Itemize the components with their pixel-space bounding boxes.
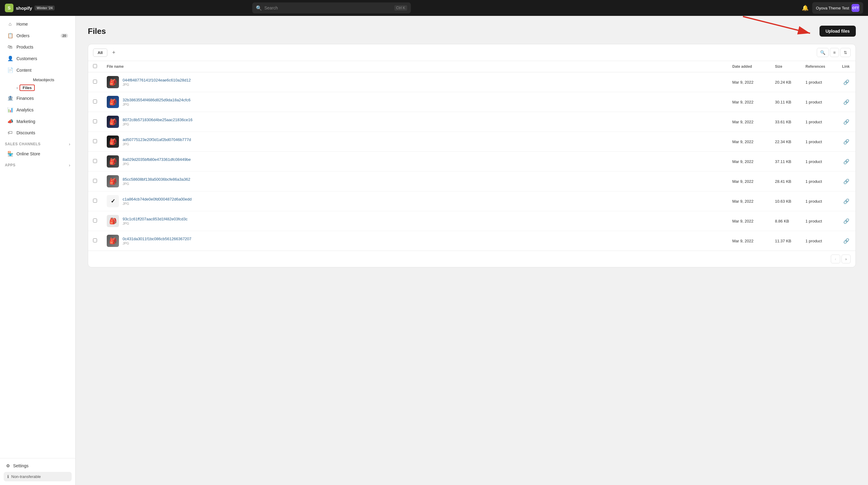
col-filename-header: File name [102, 61, 727, 72]
search-shortcut: Ctrl K [394, 5, 407, 11]
orders-icon: 📋 [7, 33, 13, 38]
store-button[interactable]: Oyova Theme Test OTT [812, 2, 863, 14]
row-refs-cell: 1 product [801, 72, 837, 92]
row-filename-cell: 🎒 044f848776141f1024eae6c610a28d12 JPG [102, 72, 727, 92]
sidebar-item-products[interactable]: 🛍 Products [2, 41, 73, 53]
finances-icon: 🏦 [7, 95, 13, 101]
page-title: Files [88, 27, 106, 36]
row-date-cell: Mar 9, 2022 [727, 172, 770, 191]
copy-link-button[interactable]: 🔗 [843, 159, 849, 164]
row-checkbox[interactable] [93, 199, 97, 203]
row-link-cell: 🔗 [837, 191, 856, 211]
sidebar-item-metaobjects[interactable]: Metaobjects [19, 76, 70, 83]
file-thumbnail: ✓ [107, 195, 119, 207]
row-size-cell: 30.11 KB [770, 92, 801, 112]
row-size-cell: 28.41 KB [770, 172, 801, 191]
sidebar-item-online-store[interactable]: 🏪 Online Store [2, 148, 73, 159]
sidebar-item-label: Discounts [17, 130, 68, 135]
copy-link-button[interactable]: 🔗 [843, 179, 849, 184]
row-checkbox[interactable] [93, 159, 97, 163]
sidebar-item-content[interactable]: 📄 Content [2, 64, 73, 76]
col-link-header: Link [837, 61, 856, 72]
row-size-cell: 37.11 KB [770, 152, 801, 172]
sidebar-item-settings[interactable]: ⚙ Settings [2, 461, 73, 470]
row-checkbox-cell [88, 231, 102, 251]
file-type: JPG [123, 83, 191, 86]
sort-button[interactable]: ⇅ [840, 48, 850, 57]
sidebar-item-discounts[interactable]: 🏷 Discounts [2, 127, 73, 138]
row-checkbox[interactable] [93, 219, 97, 223]
search-bar[interactable]: 🔍 Ctrl K [252, 2, 411, 13]
prev-page-button[interactable]: ‹ [831, 255, 840, 263]
copy-link-button[interactable]: 🔗 [843, 199, 849, 204]
sidebar-item-label: Home [17, 22, 68, 27]
copy-link-button[interactable]: 🔗 [843, 238, 849, 244]
search-filter-button[interactable]: 🔍 [817, 48, 829, 57]
row-checkbox[interactable] [93, 99, 97, 104]
files-toolbar: All + 🔍 ≡ ⇅ [88, 44, 856, 61]
table-row: 🎒 0c431da3011f1bc086cb561266367207 JPG M… [88, 231, 856, 251]
upload-files-button[interactable]: Upload files [819, 26, 856, 37]
filter-button[interactable]: ≡ [830, 48, 839, 57]
row-checkbox[interactable] [93, 80, 97, 84]
tab-add-button[interactable]: + [110, 49, 118, 56]
copy-link-button[interactable]: 🔗 [843, 219, 849, 224]
row-checkbox[interactable] [93, 238, 97, 242]
row-checkbox[interactable] [93, 179, 97, 183]
row-filename-cell: 🎒 32b3863554f4686d825d9da18a24cfc6 JPG [102, 92, 727, 112]
table-row: 🎒 85cc58608bf138a50036bcfe86a3a362 JPG M… [88, 172, 856, 191]
row-date-cell: Mar 9, 2022 [727, 152, 770, 172]
sidebar-item-marketing[interactable]: 📣 Marketing [2, 116, 73, 127]
chevron-right-icon[interactable]: › [69, 142, 70, 146]
apps-label: Apps [5, 163, 16, 167]
search-input[interactable] [265, 5, 392, 10]
file-thumbnail: 🎒 [107, 136, 119, 148]
sidebar-item-label: Finances [17, 96, 68, 101]
row-checkbox[interactable] [93, 139, 97, 143]
sidebar-item-analytics[interactable]: 📊 Analytics [2, 104, 73, 115]
next-page-button[interactable]: › [841, 255, 850, 263]
file-type: JPG [123, 142, 191, 146]
settings-label: Settings [13, 463, 29, 468]
chevron-right-icon[interactable]: › [69, 163, 70, 168]
table-header-row: File name Date added Size References Lin [88, 61, 856, 72]
row-checkbox-cell [88, 152, 102, 172]
col-size-header: Size [770, 61, 801, 72]
row-link-cell: 🔗 [837, 211, 856, 231]
sidebar-item-home[interactable]: ⌂ Home [2, 19, 73, 30]
logo-text: shopify [16, 5, 32, 11]
marketing-icon: 📣 [7, 118, 13, 124]
row-refs-cell: 1 product [801, 211, 837, 231]
page-header: Files Upload files [88, 26, 856, 37]
info-icon: ℹ [7, 474, 9, 479]
copy-link-button[interactable]: 🔗 [843, 139, 849, 144]
sidebar-item-label: Online Store [17, 151, 68, 156]
copy-link-button[interactable]: 🔗 [843, 99, 849, 105]
sidebar-item-customers[interactable]: 👤 Customers [2, 53, 73, 64]
row-checkbox-cell [88, 191, 102, 211]
row-size-cell: 22.34 KB [770, 132, 801, 152]
select-all-checkbox[interactable] [93, 64, 97, 68]
col-refs-header: References [801, 61, 837, 72]
row-filename-cell: 🎒 8072c8b5718306d4be25aac21836ce16 JPG [102, 112, 727, 132]
notifications-button[interactable]: 🔔 [802, 5, 808, 11]
file-name: 0c431da3011f1bc086cb561266367207 [123, 236, 191, 241]
main-content: Files Upload files All + [75, 16, 868, 485]
sidebar-item-files[interactable]: Files [20, 85, 35, 91]
row-checkbox-cell [88, 92, 102, 112]
copy-link-button[interactable]: 🔗 [843, 119, 849, 124]
row-size-cell: 8.86 KB [770, 211, 801, 231]
table-row: 🎒 32b3863554f4686d825d9da18a24cfc6 JPG M… [88, 92, 856, 112]
tab-all[interactable]: All [93, 49, 107, 57]
row-checkbox-cell [88, 132, 102, 152]
sidebar-item-orders[interactable]: 📋 Orders 20 [2, 30, 73, 41]
file-type: JPG [123, 241, 191, 245]
file-name: 93c1c61ff207aac853d1f482e03fcd3c [123, 217, 188, 221]
non-transferable-label: Non-transferable [11, 474, 41, 479]
file-name: 8a029d2035bfb80e473361dfc08449be [123, 157, 191, 162]
copy-link-button[interactable]: 🔗 [843, 80, 849, 85]
sidebar-item-finances[interactable]: 🏦 Finances [2, 92, 73, 104]
logo[interactable]: S shopify Winter '24 [5, 4, 55, 12]
row-filename-cell: 🎒 8a029d2035bfb80e473361dfc08449be JPG [102, 152, 727, 172]
row-checkbox[interactable] [93, 119, 97, 123]
